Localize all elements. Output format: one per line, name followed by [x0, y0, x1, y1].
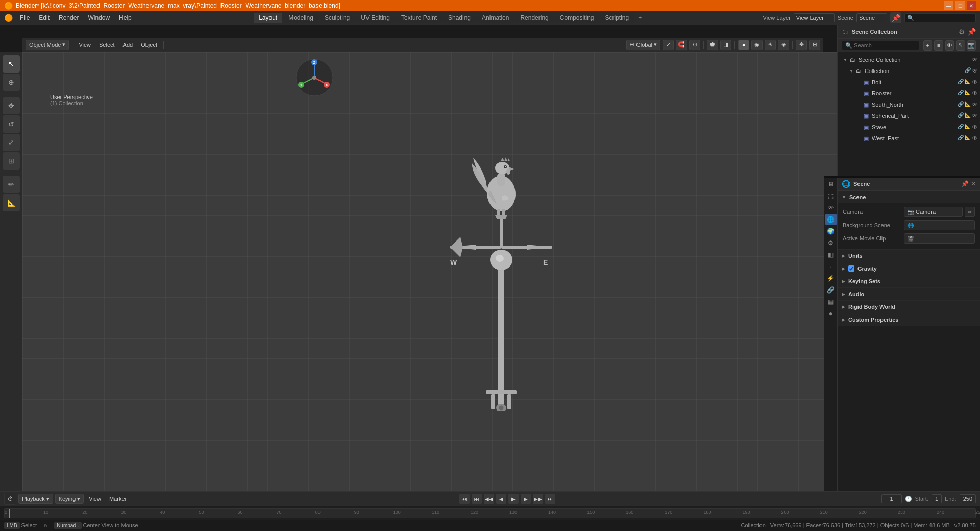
render-properties-btn[interactable]: 🖥: [825, 179, 837, 190]
action-west-east-1[interactable]: 🔗: [958, 135, 964, 142]
move-tool-button[interactable]: ✥: [3, 97, 20, 114]
material-shading-btn[interactable]: ◉: [751, 40, 763, 50]
outliner-filter-btn[interactable]: ⚙: [959, 28, 965, 36]
outliner-pin-btn[interactable]: 📌: [967, 28, 976, 36]
outliner-filter-icon-btn[interactable]: ≡: [934, 40, 943, 51]
eye-collection[interactable]: 👁: [972, 67, 978, 75]
menu-window[interactable]: Window: [84, 13, 114, 22]
tab-scripting[interactable]: Scripting: [600, 13, 634, 23]
object-menu[interactable]: Object: [138, 41, 160, 49]
tab-animation[interactable]: Animation: [477, 13, 514, 23]
gravity-checkbox[interactable]: [848, 266, 854, 272]
scene-input-top[interactable]: [856, 13, 887, 22]
action-bolt-2[interactable]: 📐: [965, 79, 971, 86]
outliner-item-collection[interactable]: ▼ 🗂 Collection 🔗 👁: [838, 65, 980, 77]
view-menu[interactable]: View: [76, 41, 94, 49]
outliner-item-stave[interactable]: ▣ Stave 🔗 📐 👁: [838, 122, 980, 133]
wireframe-shading-btn[interactable]: ◈: [778, 40, 789, 50]
transform-orientations-btn[interactable]: ⤢: [663, 40, 674, 50]
action-spherical-1[interactable]: 🔗: [958, 112, 964, 119]
play-btn[interactable]: ▶: [508, 494, 519, 504]
gravity-section-header[interactable]: ▶ Gravity: [838, 262, 980, 275]
current-frame-indicator[interactable]: 1: [881, 494, 902, 503]
rendered-shading-btn[interactable]: ☀: [765, 40, 776, 50]
tab-texture-paint[interactable]: Texture Paint: [396, 13, 442, 23]
eye-stave[interactable]: 👁: [972, 124, 978, 131]
menu-help[interactable]: Help: [115, 13, 136, 22]
annotate-tool-button[interactable]: ✏: [3, 176, 20, 193]
solid-shading-btn[interactable]: ●: [738, 40, 749, 50]
jump-start-btn[interactable]: ⏮: [459, 494, 470, 504]
outliner-cursor-btn[interactable]: ↖: [956, 40, 965, 51]
scale-tool-button[interactable]: ⤢: [3, 134, 20, 151]
eye-spherical-part[interactable]: 👁: [972, 112, 978, 119]
menu-render[interactable]: Render: [55, 13, 83, 22]
menu-edit[interactable]: Edit: [35, 13, 54, 22]
pin-top-button[interactable]: 📌: [890, 12, 901, 23]
audio-section-header[interactable]: ▶ Audio: [838, 288, 980, 300]
eye-south-north[interactable]: 👁: [972, 101, 978, 108]
keying-dropdown[interactable]: Keying ▾: [55, 494, 84, 504]
cursor-tool-button[interactable]: ⊕: [3, 74, 20, 91]
outliner-item-bolt[interactable]: ▣ Bolt 🔗 📐 👁: [838, 77, 980, 88]
action-rooster-2[interactable]: 📐: [965, 90, 971, 97]
eye-west-east[interactable]: 👁: [972, 135, 978, 142]
scene-properties-btn[interactable]: 🌐: [825, 214, 837, 225]
proportional-editing-btn[interactable]: ⊙: [689, 40, 700, 50]
close-button[interactable]: ✕: [967, 1, 976, 10]
step-forward-frame-btn[interactable]: ▶: [521, 494, 531, 504]
scene-section-header[interactable]: ▼ Scene: [838, 191, 980, 203]
outliner-render-btn[interactable]: 📷: [967, 40, 976, 51]
action-bolt-1[interactable]: 🔗: [958, 79, 964, 86]
object-mode-dropdown[interactable]: Object Mode ▾: [26, 40, 69, 50]
outliner-item-west-east[interactable]: ▣ West_East 🔗 📐 👁: [838, 133, 980, 144]
timeline-track-area[interactable]: 0 10 20 30 40 50 60 70 80 90 100 110 120…: [0, 506, 980, 520]
timeline-track[interactable]: 0 10 20 30 40 50 60 70 80 90 100 110 120…: [4, 508, 976, 518]
tab-sculpting[interactable]: Sculpting: [320, 13, 355, 23]
step-back-frame-btn[interactable]: ◀: [496, 494, 506, 504]
global-dropdown[interactable]: ⊕ Global ▾: [626, 40, 660, 50]
triangle-collection[interactable]: ▼: [849, 69, 853, 74]
tab-layout[interactable]: Layout: [254, 13, 282, 23]
eye-rooster[interactable]: 👁: [972, 90, 978, 97]
background-scene-value[interactable]: 🌐: [904, 220, 975, 230]
eye-scene-collection[interactable]: 👁: [972, 56, 978, 63]
world-properties-btn[interactable]: 🌍: [825, 226, 837, 237]
timeline-header-icon[interactable]: ⏱: [4, 493, 16, 505]
outliner-eye-btn[interactable]: 👁: [945, 40, 954, 51]
select-menu[interactable]: Select: [96, 41, 118, 49]
tab-add-button[interactable]: +: [635, 13, 645, 23]
constraints-properties-btn[interactable]: 🔗: [825, 284, 837, 296]
action-spherical-2[interactable]: 📐: [965, 112, 971, 119]
outliner-new-collection-btn[interactable]: +: [923, 40, 932, 51]
navigation-gizmo[interactable]: Z X Y: [294, 57, 335, 98]
modifier-properties-btn[interactable]: ◧: [825, 249, 837, 260]
properties-pin-btn[interactable]: 📌: [961, 180, 969, 187]
action-west-east-2[interactable]: 📐: [965, 135, 971, 142]
data-properties-btn[interactable]: ▦: [825, 296, 837, 307]
output-properties-btn[interactable]: ⬚: [825, 190, 837, 202]
tab-shading[interactable]: Shading: [443, 13, 476, 23]
tab-uv-editing[interactable]: UV Editing: [356, 13, 395, 23]
action-south-north-2[interactable]: 📐: [965, 101, 971, 108]
snap-btn[interactable]: 🧲: [676, 40, 687, 50]
action-stave-2[interactable]: 📐: [965, 124, 971, 131]
material-properties-btn[interactable]: ●: [825, 308, 837, 319]
units-section-header[interactable]: ▶ Units: [838, 250, 980, 262]
timeline-marker-menu[interactable]: Marker: [106, 495, 130, 503]
outliner-properties-divider[interactable]: [824, 176, 980, 178]
view-layer-properties-btn[interactable]: 👁: [825, 202, 837, 213]
tab-modeling[interactable]: Modeling: [283, 13, 318, 23]
minimize-button[interactable]: —: [944, 1, 953, 10]
action-rooster-1[interactable]: 🔗: [958, 90, 964, 97]
step-back-btn[interactable]: ◀◀: [484, 494, 494, 504]
menu-file[interactable]: File: [16, 13, 34, 22]
add-menu[interactable]: Add: [120, 41, 136, 49]
timeline-view-menu[interactable]: View: [86, 495, 104, 503]
outliner-search-input[interactable]: [842, 41, 919, 50]
outliner-item-south-north[interactable]: ▣ South_North 🔗 📐 👁: [838, 99, 980, 110]
jump-keyframe-prev-btn[interactable]: ⏭: [472, 494, 482, 504]
viewport-settings-btn[interactable]: ⊞: [809, 40, 820, 50]
action-south-north-1[interactable]: 🔗: [958, 101, 964, 108]
tab-rendering[interactable]: Rendering: [515, 13, 553, 23]
